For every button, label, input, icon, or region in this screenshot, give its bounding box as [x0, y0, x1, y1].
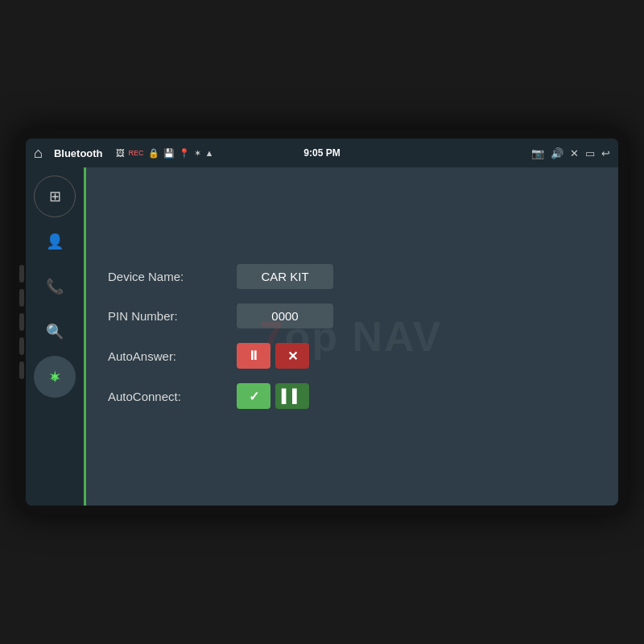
status-title: Bluetooth: [54, 147, 103, 159]
auto-answer-label: AutoAnswer:: [108, 349, 237, 363]
home-icon[interactable]: ⌂: [34, 145, 43, 162]
auto-connect-toggle-group: ✓ ▌▌: [237, 383, 309, 409]
location-icon: 📍: [179, 148, 190, 159]
auto-answer-row: AutoAnswer: ⏸ ✕: [108, 343, 594, 369]
green-accent-bar: [84, 167, 86, 506]
rec-icon: REC: [129, 149, 144, 157]
close-icon[interactable]: ✕: [570, 147, 579, 159]
sidebar-item-search[interactable]: 🔍: [34, 311, 76, 353]
vol-down-btn[interactable]: [19, 361, 24, 379]
back-hw-btn[interactable]: [19, 313, 24, 331]
check-icon: ✓: [249, 389, 259, 404]
apps-icon: ⊞: [49, 188, 61, 205]
power-btn[interactable]: [19, 265, 24, 283]
status-bar-right: 📷 🔊 ✕ ▭ ↩: [531, 147, 610, 159]
left-physical-buttons: [16, 262, 27, 382]
sidebar: ⊞ 👤 📞 🔍 ✶ ⚙: [26, 167, 84, 506]
lock-icon: 🔒: [148, 148, 159, 159]
device-outer: ⌂ Bluetooth 🖼 REC 🔒 💾 📍 ✶ ▲ 9:05 PM 📷 🔊 …: [16, 129, 628, 515]
device-screen: ⌂ Bluetooth 🖼 REC 🔒 💾 📍 ✶ ▲ 9:05 PM 📷 🔊 …: [26, 138, 618, 506]
status-bar-left: ⌂ Bluetooth 🖼 REC 🔒 💾 📍 ✶ ▲: [34, 145, 213, 162]
pin-number-row: PIN Number: 0000: [108, 303, 594, 328]
auto-connect-row: AutoConnect: ✓ ▌▌: [108, 383, 594, 409]
camera-icon[interactable]: 📷: [531, 147, 544, 159]
bars-icon: ▌▌: [282, 389, 303, 403]
content-panel: 7op NAV Device Name: CAR KIT PIN Number:…: [84, 167, 618, 506]
search-icon: 🔍: [46, 323, 64, 341]
pause-icon: ⏸: [247, 349, 260, 363]
bluetooth-icon: ✶: [194, 148, 201, 159]
home-btn[interactable]: [19, 289, 24, 307]
media-icon: 🖼: [116, 148, 125, 158]
contacts-icon: 👤: [46, 233, 64, 250]
auto-answer-close-btn[interactable]: ✕: [275, 343, 309, 369]
main-area: ⊞ 👤 📞 🔍 ✶ ⚙ 7op: [26, 167, 618, 506]
sidebar-item-contacts[interactable]: 👤: [34, 221, 76, 262]
device-name-value[interactable]: CAR KIT: [237, 264, 333, 289]
sidebar-item-phone[interactable]: 📞: [34, 266, 76, 308]
wifi-icon: ▲: [205, 148, 214, 158]
pin-number-label: PIN Number:: [108, 309, 237, 323]
auto-connect-label: AutoConnect:: [108, 390, 237, 403]
storage-icon: 💾: [163, 148, 175, 159]
volume-icon[interactable]: 🔊: [551, 147, 564, 159]
pin-number-value[interactable]: 0000: [237, 303, 333, 328]
back-icon[interactable]: ↩: [601, 147, 610, 159]
device-name-label: Device Name:: [108, 270, 237, 283]
device-name-row: Device Name: CAR KIT: [108, 264, 594, 289]
auto-answer-toggle-group: ⏸ ✕: [237, 343, 309, 369]
status-bar: ⌂ Bluetooth 🖼 REC 🔒 💾 📍 ✶ ▲ 9:05 PM 📷 🔊 …: [26, 138, 618, 167]
phone-icon: 📞: [46, 278, 64, 295]
status-icons-mid: 🖼 REC 🔒 💾 📍 ✶ ▲: [116, 148, 214, 159]
auto-answer-pause-btn[interactable]: ⏸: [237, 343, 270, 369]
sidebar-item-bluetooth-settings[interactable]: ✶ ⚙: [34, 356, 76, 398]
sidebar-item-apps[interactable]: ⊞: [34, 175, 76, 217]
status-time: 9:05 PM: [303, 147, 340, 159]
close-x-icon: ✕: [287, 349, 298, 364]
vol-up-btn[interactable]: [19, 337, 24, 355]
auto-connect-check-btn[interactable]: ✓: [237, 383, 270, 409]
window-icon[interactable]: ▭: [585, 147, 595, 159]
auto-connect-bars-btn[interactable]: ▌▌: [275, 383, 309, 409]
